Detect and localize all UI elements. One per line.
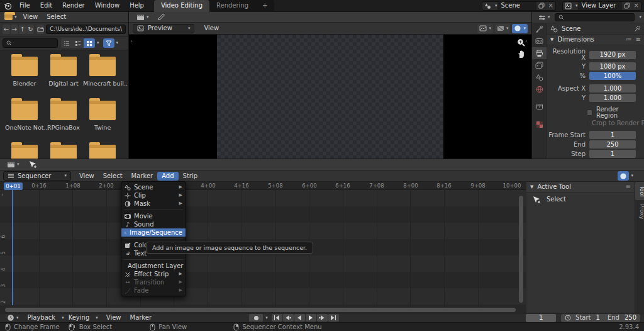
close-icon[interactable]: × — [547, 2, 555, 10]
tab-rendering[interactable]: Rendering — [209, 0, 255, 12]
active-tool-header[interactable]: ▼ Active Tool ≡ — [526, 182, 635, 193]
jump-to-end-button[interactable] — [328, 314, 339, 322]
menu-item-movie[interactable]: Movie — [121, 212, 186, 220]
menu-render[interactable]: Render — [57, 3, 90, 9]
scene-name[interactable]: Scene — [497, 2, 536, 10]
sidebar-tab-proxy[interactable]: Proxy — [635, 200, 644, 223]
list-item[interactable]: Twine — [83, 101, 122, 145]
menu-item-clip[interactable]: Clip▶ — [121, 191, 186, 199]
select-tool-icon[interactable] — [29, 160, 38, 169]
overlays-toggle-button[interactable] — [618, 171, 629, 181]
marker-menu[interactable]: Marker — [126, 313, 157, 322]
frame-end-field[interactable]: 250 — [589, 140, 636, 149]
crop-checkbox[interactable] — [587, 120, 588, 126]
current-frame-field[interactable]: 1 — [526, 314, 556, 322]
seq-menu-add[interactable]: Add — [157, 172, 178, 181]
menu-help[interactable]: Help — [125, 3, 149, 9]
playhead[interactable] — [12, 190, 13, 305]
fb-menu-view[interactable]: View — [19, 14, 43, 20]
preview-menu-view[interactable]: View — [199, 25, 223, 31]
tab-view-layer[interactable] — [532, 59, 547, 71]
current-frame-badge[interactable]: 0+01 — [4, 182, 23, 190]
display-detail-icon[interactable] — [72, 38, 84, 48]
play-button[interactable] — [306, 314, 316, 322]
auto-keying-record-button[interactable] — [249, 314, 263, 322]
sample-tool-icon[interactable] — [157, 13, 165, 21]
play-reverse-button[interactable] — [294, 314, 305, 322]
list-item[interactable] — [5, 145, 44, 159]
display-grid-icon[interactable] — [84, 38, 95, 48]
close-icon[interactable]: × — [632, 2, 641, 10]
vertical-scrollbar[interactable] — [519, 196, 523, 303]
display-list-icon[interactable] — [61, 38, 72, 48]
active-tool-item[interactable]: Select — [526, 193, 635, 206]
menu-item-scene[interactable]: Scene▶ — [121, 183, 186, 191]
keying-chevron[interactable]: ▾ — [265, 316, 268, 320]
add-workspace-button[interactable]: + — [255, 0, 274, 12]
playback-menu[interactable]: Playback — [23, 313, 60, 322]
list-item[interactable]: RPGinaBox — [44, 101, 83, 145]
keying-menu[interactable]: Keying — [64, 313, 94, 322]
region-expand-arrow[interactable]: › — [130, 38, 133, 44]
display-mode-chevron[interactable]: ▾ — [97, 41, 99, 45]
tab-render[interactable] — [532, 35, 547, 47]
list-item[interactable] — [44, 145, 83, 159]
editor-type-sequencer[interactable]: ▾ — [135, 13, 151, 22]
render-region-checkbox[interactable] — [587, 109, 592, 116]
scene-selector[interactable]: ▾ Scene × — [482, 1, 556, 11]
editor-type-file-browser[interactable]: ▾ — [3, 13, 19, 22]
editor-type-sequencer[interactable]: ▾ — [5, 160, 21, 169]
pan-hand-icon[interactable] — [517, 50, 526, 59]
menu-item-image-sequence[interactable]: Image/Sequence — [121, 228, 186, 237]
scene-strip-display-button[interactable]: ▾ — [477, 24, 493, 33]
duplicate-icon[interactable] — [622, 2, 632, 10]
breadcrumb-scene[interactable]: Scene — [562, 26, 581, 32]
panel-menu-icon[interactable]: ≡ — [636, 36, 641, 43]
menu-file[interactable]: File — [14, 3, 35, 9]
menu-window[interactable]: Window — [90, 3, 125, 9]
path-field[interactable]: C:\Users\de..\Documents\ — [46, 25, 126, 34]
tab-world[interactable] — [532, 83, 547, 95]
resolution-x-field[interactable]: 1920 px — [589, 51, 636, 59]
tab-object[interactable] — [532, 101, 547, 113]
editor-type-timeline[interactable]: ▾ — [5, 313, 21, 323]
menu-item-effect-strip[interactable]: Effect Strip▶ — [121, 270, 186, 278]
resolution-percent-slider[interactable]: 100% — [589, 72, 636, 80]
resolution-y-field[interactable]: 1080 px — [589, 62, 636, 70]
frame-start-field[interactable]: 1 — [589, 131, 636, 139]
previous-keyframe-button[interactable] — [283, 314, 294, 322]
list-item[interactable]: Blender — [5, 57, 44, 101]
menu-item-mask[interactable]: Mask▶ — [121, 199, 186, 208]
aspect-y-field[interactable]: 1.000 — [589, 94, 636, 102]
frame-step-field[interactable]: 1 — [589, 150, 636, 158]
tab-scene[interactable] — [532, 71, 547, 83]
overlays-chevron[interactable]: ▾ — [631, 174, 633, 178]
menu-edit[interactable]: Edit — [35, 3, 57, 9]
panel-menu-icon[interactable]: ≡ — [626, 184, 631, 190]
seq-menu-strip[interactable]: Strip — [179, 172, 203, 181]
forward-button[interactable]: → — [11, 25, 18, 34]
duplicate-icon[interactable] — [536, 2, 547, 10]
presets-icon[interactable]: ≔ — [626, 36, 632, 43]
refresh-button[interactable]: ↻ — [26, 25, 34, 34]
list-item[interactable] — [83, 145, 122, 159]
list-item[interactable]: Digital art — [44, 57, 83, 101]
view-layer-selector[interactable]: ▾ View Layer × — [562, 1, 641, 11]
seq-menu-view[interactable]: View — [75, 172, 99, 181]
list-item[interactable]: Minecraft buil.. — [83, 57, 122, 101]
timeline-ruler[interactable]: 0+16 1+08 2+00 4+00 4+16 5+08 6+00 6+16 … — [0, 182, 526, 190]
fb-menu-select[interactable]: Select — [42, 14, 70, 20]
tab-output[interactable] — [532, 47, 547, 59]
preview-mode-dropdown[interactable]: Preview ▾ — [133, 24, 194, 33]
tab-tool[interactable] — [532, 23, 547, 35]
filter-chevron[interactable]: ▾ — [116, 41, 119, 45]
list-item[interactable]: OneNote Not... — [5, 101, 44, 145]
next-keyframe-button[interactable] — [317, 314, 328, 322]
jump-to-start-button[interactable] — [272, 314, 282, 322]
menu-item-adjustment-layer[interactable]: Adjustment Layer — [121, 262, 186, 270]
region-expand-arrow[interactable]: › — [1, 192, 4, 198]
tab-texture[interactable] — [532, 118, 547, 130]
up-button[interactable]: ↑ — [19, 25, 26, 34]
blender-logo-icon[interactable] — [4, 2, 12, 10]
pin-icon[interactable] — [634, 25, 641, 32]
